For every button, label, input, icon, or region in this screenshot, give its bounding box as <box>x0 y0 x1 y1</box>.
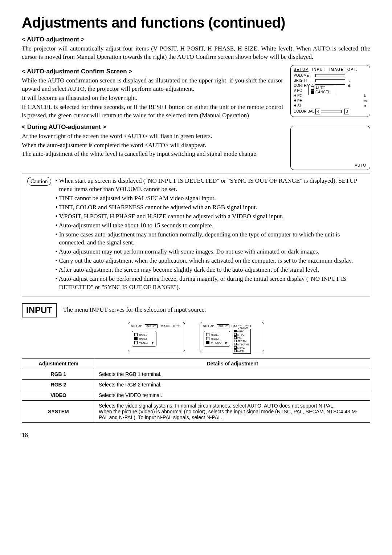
auto-adjustment-heading: < AUTO-adjustment > <box>22 36 370 43</box>
page-title: Adjustments and functions (continued) <box>22 15 370 31</box>
input-badge: INPUT <box>22 303 57 317</box>
mini-osd-tabs: SETUP INPUT IMAGE OPT. <box>131 324 182 328</box>
osd-bright-label: BRIGHT <box>294 78 315 83</box>
osd-r-label: R <box>315 109 320 114</box>
confirm-p1: While the AUTO confirmation screen is di… <box>22 77 283 93</box>
auto-cancel-popup: AUTO CANCEL <box>308 85 334 95</box>
confirm-p3: If CANCEL is selected for three seconds,… <box>22 103 283 120</box>
caution-item: • After auto-adjustment the screen may b… <box>56 266 365 274</box>
caution-item: • In some cases auto-adjustment may not … <box>56 231 365 247</box>
arrow-right-icon: ▶ <box>152 341 154 345</box>
osd-tab-input: INPUT <box>312 68 326 72</box>
caution-item: • TINT, COLOR and SHARPNESS cannot be ad… <box>56 203 365 212</box>
osd-tab-setup: SETUP <box>294 68 309 72</box>
confirm-heading: < AUTO-adjustment Confirm Screen > <box>22 68 283 75</box>
osd-setup-box: SETUP INPUT IMAGE OPT. VOLUME BRIGHT☼ CO… <box>290 65 370 117</box>
table-header-item: Adjustment Item <box>22 358 95 369</box>
auto-status-box: AUTO <box>290 126 370 170</box>
mini-osd-tabs: SETUP INPUT IMAGE OPT. <box>203 324 261 328</box>
table-row: SYSTEM Selects the video signal systems.… <box>22 401 370 423</box>
osd-volume-label: VOLUME <box>294 73 315 78</box>
caution-box: Caution • When start up screen is displa… <box>22 174 370 296</box>
checkbox-filled-icon <box>311 90 314 94</box>
table-row: RGB 1 Selects the RGB 1 terminal. <box>22 369 370 380</box>
table-row: RGB 2 Selects the RGB 2 terminal. <box>22 380 370 390</box>
during-p1: At the lower right of the screen the wor… <box>22 132 283 141</box>
osd-tab-image: IMAGE <box>329 68 344 72</box>
caution-item: • V.POSIT, H.POSIT, H.PHASE and H.SIZE c… <box>56 212 365 221</box>
checkbox-icon <box>311 86 314 90</box>
input-intro: The menu INPUT serves for the selection … <box>63 306 206 314</box>
auto-adjustment-text: The projector will automatically adjust … <box>22 45 370 61</box>
mini-osd-basic: SETUP INPUT IMAGE OPT. RGB1 RGB2 VIDEO ▶ <box>128 322 185 352</box>
during-heading: < During AUTO-adjustment > <box>22 123 283 131</box>
popup-cancel: CANCEL <box>315 90 330 94</box>
osd-hsi-label: H SI <box>294 104 315 109</box>
caution-item: • Auto-adjustment will take about 10 to … <box>56 222 365 230</box>
system-submenu: SYSTEM AUTO NTSC PAL SECAM NTSC4.43 M-PA… <box>233 329 251 354</box>
caution-list: • When start up screen is displayed ("NO… <box>56 177 365 292</box>
caution-label: Caution <box>27 177 51 186</box>
during-p3: The auto-adjustment of the white level i… <box>22 150 283 158</box>
caution-item: • TINT cannot be adjusted with PAL/SECAM… <box>56 194 365 203</box>
page-number: 18 <box>22 432 370 439</box>
confirm-p2: It will become as illustrated on the low… <box>22 94 283 102</box>
brightness-icon: ☼ <box>347 78 352 83</box>
mini-osd-system: SETUP INPUT IMAGE OPT. RGB1 RGB2 V I DEO… <box>200 322 264 352</box>
osd-tab-opt: OPT. <box>347 68 358 72</box>
osd-colorbal-label: COLOR BAL <box>294 109 315 114</box>
caution-item: • Auto-adjust can not be performed durin… <box>56 275 365 292</box>
osd-tabs: SETUP INPUT IMAGE OPT. <box>294 68 367 72</box>
hpos-icon: ▭ <box>363 98 367 104</box>
osd-hph-label: H PH <box>294 98 315 104</box>
vpos-icon: ⇕ <box>363 93 367 98</box>
hsize-icon: ⇔ <box>363 104 367 109</box>
input-table: Adjustment Item Details of adjustment RG… <box>22 358 370 423</box>
table-header-detail: Details of adjustment <box>95 358 370 369</box>
arrow-right-icon: ▶ <box>225 341 228 345</box>
caution-item: • Carry out the auto-adjustment when the… <box>56 257 365 265</box>
during-p2: When the auto-adjustment is completed th… <box>22 141 283 150</box>
popup-auto: AUTO <box>315 86 326 90</box>
auto-status-label: AUTO <box>355 163 366 167</box>
table-row: VIDEO Selects the VIDEO terminal. <box>22 390 370 401</box>
caution-item: • Auto-adjustment may not perform normal… <box>56 248 365 256</box>
osd-b-label: B <box>344 109 349 114</box>
contrast-icon: ◐ <box>347 83 352 88</box>
caution-item: • When start up screen is displayed ("NO… <box>56 177 365 194</box>
